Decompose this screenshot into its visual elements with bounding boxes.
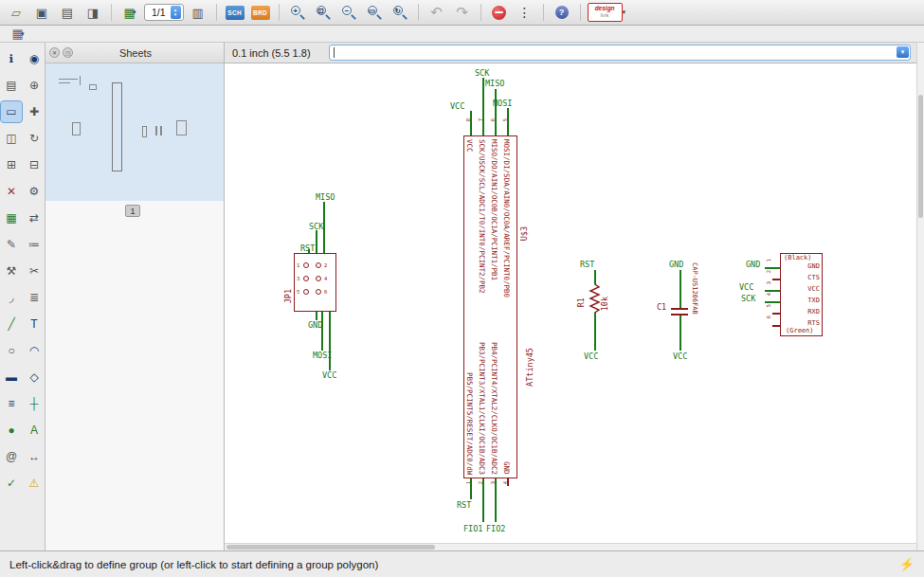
wire[interactable]	[765, 301, 780, 303]
sheet-1-thumbnail[interactable]	[45, 63, 224, 201]
schematic-canvas[interactable]: 1 2 3 4 5 6 JP1 MISO SCK RST GND MOSI VC…	[225, 63, 916, 543]
wire[interactable]	[482, 78, 484, 135]
wire[interactable]	[507, 108, 509, 135]
dimension-tool[interactable]: ↔	[24, 446, 45, 467]
vertical-scrollbar[interactable]	[916, 43, 924, 550]
polygon-tool[interactable]: ◇	[24, 367, 45, 388]
command-dropdown-button[interactable]: ▾	[897, 46, 909, 58]
value-tool[interactable]: ≔	[24, 234, 45, 255]
show-tool[interactable]: ◉	[24, 48, 45, 69]
mirror-tool[interactable]: ◫	[1, 128, 22, 149]
r1-refdes[interactable]: R1	[576, 298, 586, 307]
wire[interactable]	[316, 312, 317, 320]
split-tool[interactable]: ✂	[24, 261, 45, 281]
erc-tool[interactable]: ✓	[1, 473, 22, 494]
wire[interactable]	[321, 312, 323, 351]
wire[interactable]	[594, 270, 596, 284]
u3-value[interactable]: ATtiny45	[525, 348, 534, 387]
design-link-logo[interactable]: design link	[588, 3, 623, 22]
move-tool[interactable]: ✚	[24, 101, 45, 122]
net-label[interactable]: SCK	[741, 294, 755, 303]
rect-tool[interactable]: ▬	[1, 367, 22, 388]
invoke-tool[interactable]: ≣	[24, 287, 45, 308]
bus-tool[interactable]: ≡	[1, 393, 22, 414]
label-tool[interactable]: A	[24, 420, 45, 441]
mark-tool[interactable]: ⊕	[24, 75, 45, 96]
add-part-tool[interactable]: ▦	[1, 207, 22, 228]
net-label[interactable]: MOSI	[493, 99, 512, 108]
errors-tool[interactable]: ⚠	[24, 473, 45, 494]
wire[interactable]	[765, 267, 780, 269]
wire[interactable]	[679, 316, 681, 351]
table-button[interactable]: ▥	[187, 2, 209, 23]
net-label[interactable]: MISO	[485, 79, 504, 88]
wire[interactable]	[495, 478, 497, 522]
wire[interactable]	[594, 313, 596, 351]
paste-tool[interactable]: ⊟	[24, 154, 45, 175]
vertical-scrollbar-thumb[interactable]	[918, 95, 923, 218]
net-label[interactable]: SCK	[309, 222, 323, 231]
r1-value[interactable]: 10k	[600, 297, 609, 311]
wire[interactable]	[316, 230, 317, 253]
miter-tool[interactable]: ◞	[1, 287, 22, 308]
export-image-button[interactable]: ◨	[82, 2, 104, 23]
info-tool[interactable]: ℹ	[1, 48, 22, 69]
net-label[interactable]: GND	[669, 260, 683, 269]
sheet-selector[interactable]: 1/1 ▴▾	[144, 4, 184, 21]
sheet-selector-stepper[interactable]: ▴▾	[171, 6, 181, 19]
open-board-button[interactable]: BRD	[249, 2, 272, 23]
net-tool[interactable]: ┼	[24, 393, 45, 414]
detach-panel-button[interactable]: ◳	[63, 47, 73, 58]
junction-tool[interactable]: ●	[1, 420, 22, 441]
net-label[interactable]: VCC	[450, 101, 464, 111]
zoom-in-button[interactable]: +	[286, 2, 309, 23]
c1-value[interactable]: CAP-US1206FAB	[691, 262, 698, 315]
net-label[interactable]: SCK	[475, 68, 489, 78]
zoom-redraw-button[interactable]: ↻	[389, 2, 411, 23]
net-label[interactable]: VCC	[322, 370, 336, 380]
rotate-tool[interactable]: ↻	[24, 128, 45, 149]
jp1-symbol[interactable]	[294, 253, 336, 312]
sheet-number-badge[interactable]: 1	[125, 205, 140, 217]
horizontal-scrollbar[interactable]	[225, 543, 916, 550]
smash-tool[interactable]: ⚒	[1, 261, 22, 281]
net-label[interactable]: RST	[457, 500, 471, 510]
wire[interactable]	[765, 290, 780, 292]
name-tool[interactable]: ✎	[1, 234, 22, 255]
pinswap-tool[interactable]: ⇄	[24, 207, 45, 228]
net-label[interactable]: VCC	[739, 282, 753, 292]
undo-button[interactable]: ↶	[426, 2, 448, 23]
net-label[interactable]: FIO2	[486, 524, 505, 533]
u3-refdes[interactable]: U$3	[519, 226, 529, 241]
wire[interactable]	[495, 89, 497, 135]
zoom-out-button[interactable]: −	[337, 2, 360, 23]
help-button[interactable]: ?	[551, 2, 573, 23]
jp1-refdes[interactable]: JP1	[283, 289, 293, 303]
more-options-button[interactable]: ⋮	[514, 2, 536, 23]
net-label[interactable]: RST	[300, 243, 315, 253]
wire[interactable]	[470, 111, 472, 135]
erc-bolt-icon[interactable]: ⚡	[899, 557, 915, 571]
chevron-down-icon[interactable]: ▾	[623, 9, 626, 16]
close-panel-button[interactable]: ✕	[49, 47, 60, 58]
print-button[interactable]: ▤	[56, 2, 79, 23]
net-label[interactable]: RST	[580, 260, 594, 269]
net-label[interactable]: MOSI	[313, 351, 332, 360]
circle-tool[interactable]: ○	[1, 340, 22, 361]
net-label[interactable]: GND	[308, 320, 322, 330]
wire[interactable]	[329, 312, 331, 370]
zoom-select-button[interactable]: ▭	[363, 2, 386, 23]
text-tool[interactable]: T	[24, 314, 45, 334]
stop-button[interactable]	[488, 2, 511, 23]
change-tool[interactable]: ⚙	[24, 181, 45, 202]
c1-refdes[interactable]: C1	[657, 302, 666, 312]
wire[interactable]	[482, 478, 484, 522]
net-label[interactable]: GND	[746, 260, 760, 269]
command-combobox[interactable]: ▾	[329, 45, 911, 61]
arc-tool[interactable]: ◠	[24, 340, 45, 361]
open-schematic-button[interactable]: SCH	[224, 2, 246, 23]
grid-settings-button[interactable]: ▦▾	[7, 27, 29, 42]
group-tool[interactable]: ▭	[1, 101, 22, 122]
net-label[interactable]: FIO1	[463, 524, 482, 533]
net-label[interactable]: VCC	[673, 352, 687, 361]
